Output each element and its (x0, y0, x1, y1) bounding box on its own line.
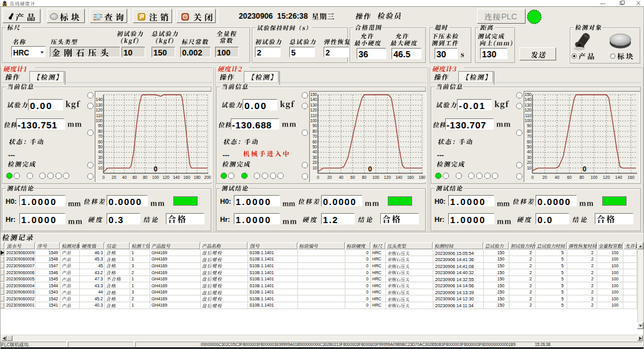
svg-text:60: 60 (132, 175, 137, 179)
svg-text:140: 140 (395, 175, 402, 179)
svg-text:90: 90 (527, 123, 532, 128)
svg-text:120: 120 (310, 108, 317, 112)
svg-text:40: 40 (527, 150, 532, 154)
svg-text:160: 160 (628, 175, 635, 179)
svg-text:50: 50 (98, 145, 103, 149)
svg-text:100: 100 (152, 175, 159, 179)
svg-text:20: 20 (112, 175, 117, 179)
svg-text:80: 80 (143, 175, 148, 179)
svg-text:60: 60 (312, 140, 317, 144)
svg-text:140: 140 (95, 97, 102, 102)
svg-text:20: 20 (542, 175, 547, 179)
svg-text:40: 40 (555, 175, 560, 179)
svg-text:50: 50 (527, 145, 532, 149)
svg-text:120: 120 (95, 108, 102, 112)
svg-text:100: 100 (95, 118, 102, 123)
svg-text:120: 120 (524, 108, 531, 112)
svg-text:100: 100 (590, 175, 597, 179)
svg-text:60: 60 (567, 175, 572, 179)
svg-text:50: 50 (312, 145, 317, 149)
svg-text:10: 10 (527, 166, 532, 170)
svg-text:120: 120 (163, 175, 170, 179)
svg-text:60: 60 (527, 140, 532, 144)
svg-text:30: 30 (527, 155, 532, 160)
svg-text:130: 130 (524, 103, 531, 107)
svg-text:140: 140 (524, 97, 531, 102)
svg-text:20: 20 (98, 160, 103, 165)
svg-text:70: 70 (98, 134, 103, 138)
svg-text:120: 120 (384, 175, 391, 179)
svg-text:200: 200 (204, 175, 211, 179)
svg-text:70: 70 (527, 134, 532, 138)
svg-text:10: 10 (98, 166, 103, 170)
svg-text:0: 0 (153, 165, 157, 173)
svg-text:70: 70 (312, 134, 317, 138)
svg-text:150: 150 (524, 92, 531, 97)
svg-text:140: 140 (615, 175, 622, 179)
svg-text:0: 0 (531, 175, 534, 179)
svg-text:30: 30 (98, 155, 103, 160)
svg-text:80: 80 (527, 129, 532, 133)
svg-text:160: 160 (407, 175, 414, 179)
svg-text:0: 0 (368, 165, 372, 173)
svg-text:130: 130 (310, 103, 317, 107)
svg-text:0: 0 (102, 175, 105, 179)
svg-text:90: 90 (98, 123, 103, 128)
svg-text:30: 30 (312, 155, 317, 160)
svg-text:10: 10 (312, 166, 317, 170)
svg-text:110: 110 (310, 113, 317, 118)
svg-text:40: 40 (312, 150, 317, 154)
svg-text:120: 120 (603, 175, 610, 179)
svg-text:180: 180 (418, 175, 425, 179)
svg-text:0: 0 (317, 175, 319, 179)
svg-text:40: 40 (98, 150, 103, 154)
svg-text:100: 100 (310, 118, 317, 123)
svg-text:40: 40 (339, 175, 344, 179)
svg-text:40: 40 (122, 175, 127, 179)
svg-text:160: 160 (183, 175, 190, 179)
svg-text:110: 110 (96, 113, 103, 118)
svg-text:150: 150 (310, 92, 317, 97)
svg-text:140: 140 (310, 97, 317, 102)
svg-text:20: 20 (527, 160, 532, 165)
svg-text:100: 100 (372, 175, 379, 179)
svg-text:80: 80 (98, 129, 103, 133)
svg-text:80: 80 (579, 175, 584, 179)
svg-text:110: 110 (525, 113, 532, 118)
svg-text:80: 80 (362, 175, 367, 179)
svg-text:80: 80 (312, 129, 317, 133)
svg-text:100: 100 (524, 118, 531, 123)
svg-text:90: 90 (312, 123, 317, 128)
svg-text:60: 60 (98, 140, 103, 144)
svg-text:20: 20 (312, 160, 317, 165)
svg-text:180: 180 (194, 175, 201, 179)
svg-text:60: 60 (350, 175, 355, 179)
svg-text:140: 140 (173, 175, 180, 179)
svg-text:0: 0 (582, 165, 586, 173)
svg-text:130: 130 (95, 103, 102, 107)
svg-text:20: 20 (327, 175, 332, 179)
